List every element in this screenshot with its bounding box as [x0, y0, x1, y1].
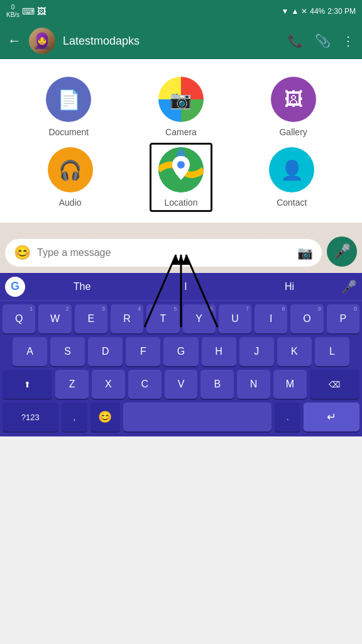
attach-row-2: 🎧 Audio Location — [13, 147, 349, 208]
key-j[interactable]: J — [239, 337, 274, 366]
attach-icon[interactable]: 📎 — [315, 33, 331, 48]
keyboard: G The I Hi 🎤 Q1 W2 E3 R4 T5 Y6 U7 I8 O9 … — [0, 273, 362, 436]
status-left: 0KB/s ⌨ 🖼 — [6, 4, 46, 19]
key-m[interactable]: M — [273, 370, 307, 399]
back-button[interactable]: ← — [8, 33, 21, 49]
emoji-icon[interactable]: 😊 — [14, 245, 31, 261]
key-backspace[interactable]: ⌫ — [310, 370, 359, 399]
battery-text: 44% — [310, 7, 325, 16]
key-row-3: ⬆ Z X C V B N M ⌫ — [3, 370, 359, 399]
key-row-4: ?123 , 😊 . ↵ — [3, 402, 359, 431]
gallery-icon: 🖼 — [271, 77, 316, 122]
contact-icon: 👤 — [269, 147, 314, 192]
data-speed: 0KB/s — [6, 4, 19, 19]
status-bar: 0KB/s ⌨ 🖼 ▼ ▲ ✕ 44% 2:30 PM — [0, 0, 362, 23]
google-logo: G — [5, 277, 25, 297]
location-label: Location — [165, 197, 198, 208]
key-c[interactable]: C — [128, 370, 162, 399]
key-comma[interactable]: , — [62, 402, 87, 431]
key-enter[interactable]: ↵ — [304, 402, 359, 431]
contact-label: Contact — [277, 197, 307, 208]
key-num[interactable]: ?123 — [3, 402, 58, 431]
audio-label: Audio — [59, 197, 82, 208]
document-icon: 📄 — [46, 77, 91, 122]
attach-item-camera[interactable]: 📷 Camera — [150, 77, 212, 137]
key-x[interactable]: X — [92, 370, 125, 399]
avatar[interactable]: 🧕 — [29, 28, 55, 54]
key-i[interactable]: I8 — [255, 304, 287, 333]
mic-button[interactable]: 🎤 — [327, 236, 357, 267]
key-space[interactable] — [123, 402, 272, 431]
gallery-label: Gallery — [279, 127, 307, 137]
wifi-icon: ▼ — [281, 7, 288, 16]
key-row-1: Q1 W2 E3 R4 T5 Y6 U7 I8 O9 P0 — [3, 304, 359, 333]
image-icon: 🖼 — [37, 6, 46, 16]
suggestion-the[interactable]: The — [30, 281, 134, 292]
location-map-svg — [158, 147, 204, 192]
key-shift[interactable]: ⬆ — [3, 370, 52, 399]
key-y[interactable]: Y6 — [183, 304, 216, 333]
key-t[interactable]: T5 — [146, 304, 179, 333]
key-q[interactable]: Q1 — [3, 304, 35, 333]
location-icon — [158, 147, 204, 192]
camera-label: Camera — [165, 127, 197, 137]
key-h[interactable]: H — [202, 337, 236, 366]
key-k[interactable]: K — [277, 337, 312, 366]
chat-area: 😊 📷 🎤 — [0, 223, 362, 273]
attach-item-gallery[interactable]: 🖼 Gallery — [262, 77, 325, 137]
keyboard-icon: ⌨ — [22, 6, 35, 16]
mic-suggestion-icon[interactable]: 🎤 — [341, 279, 357, 294]
header-actions: 📞 📎 ⋮ — [288, 33, 354, 48]
keyboard-suggestions: G The I Hi 🎤 — [0, 273, 362, 301]
key-r[interactable]: R4 — [111, 304, 143, 333]
attachment-menu: 📄 Document 📷 Camera 🖼 Gallery 🎧 Audio — [0, 59, 362, 223]
key-d[interactable]: D — [88, 337, 123, 366]
attach-item-location[interactable]: Location — [150, 143, 212, 212]
key-v[interactable]: V — [165, 370, 198, 399]
suggestion-i[interactable]: I — [134, 281, 238, 292]
attach-item-document[interactable]: 📄 Document — [37, 77, 100, 137]
key-z[interactable]: Z — [55, 370, 89, 399]
status-right: ▼ ▲ ✕ 44% 2:30 PM — [281, 7, 356, 16]
key-emoji[interactable]: 😊 — [90, 402, 120, 431]
key-l[interactable]: L — [315, 337, 349, 366]
svg-point-2 — [177, 161, 185, 169]
signal-x-icon: ✕ — [301, 7, 307, 16]
suggestion-hi[interactable]: Hi — [238, 281, 341, 292]
message-input-wrapper: 😊 📷 — [5, 239, 322, 267]
key-p[interactable]: P0 — [327, 304, 359, 333]
key-row-2: A S D F G H J K L — [3, 337, 359, 366]
key-u[interactable]: U7 — [219, 304, 251, 333]
key-w[interactable]: W2 — [38, 304, 71, 333]
key-s[interactable]: S — [50, 337, 85, 366]
chat-title: Latestmodapks — [63, 35, 280, 48]
key-a[interactable]: A — [13, 337, 47, 366]
key-o[interactable]: O9 — [290, 304, 323, 333]
camera-icon: 📷 — [158, 77, 204, 122]
camera-attach-icon[interactable]: 📷 — [297, 245, 313, 260]
key-f[interactable]: F — [126, 337, 160, 366]
key-e[interactable]: E3 — [75, 304, 107, 333]
message-input[interactable] — [37, 247, 291, 258]
key-b[interactable]: B — [200, 370, 234, 399]
menu-icon[interactable]: ⋮ — [342, 33, 354, 48]
keyboard-rows: Q1 W2 E3 R4 T5 Y6 U7 I8 O9 P0 A S D F G … — [0, 301, 362, 436]
attach-item-contact[interactable]: 👤 Contact — [260, 147, 323, 208]
call-icon[interactable]: 📞 — [288, 33, 304, 48]
time-text: 2:30 PM — [327, 7, 356, 16]
document-label: Document — [48, 127, 89, 137]
attach-row-1: 📄 Document 📷 Camera 🖼 Gallery — [13, 77, 349, 137]
key-n[interactable]: N — [237, 370, 270, 399]
key-period[interactable]: . — [275, 402, 300, 431]
attach-item-audio[interactable]: 🎧 Audio — [39, 147, 102, 208]
key-g[interactable]: G — [163, 337, 198, 366]
signal-icon: ▲ — [291, 7, 299, 16]
chat-header: ← 🧕 Latestmodapks 📞 📎 ⋮ — [0, 23, 362, 59]
audio-icon: 🎧 — [48, 147, 93, 192]
